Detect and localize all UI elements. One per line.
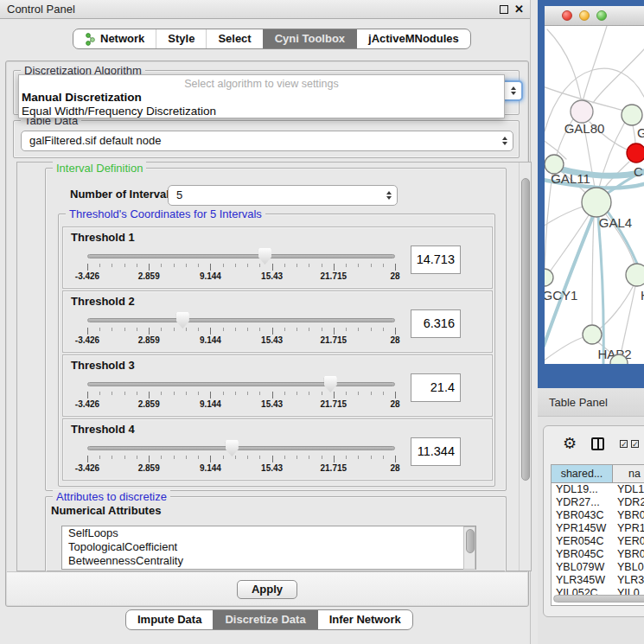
columns-icon[interactable] xyxy=(591,437,604,450)
edge[interactable] xyxy=(600,285,634,328)
table-row[interactable]: YLR345WYLR3 xyxy=(552,574,644,587)
cell-shared-name[interactable]: YBL079W xyxy=(552,561,613,574)
cell-shared-name[interactable]: YDR27... xyxy=(552,496,613,509)
checkbox-icon[interactable] xyxy=(631,440,639,448)
network-node-gal4[interactable] xyxy=(582,188,611,217)
threshold-2-value[interactable]: 6.316 xyxy=(411,309,461,338)
edge[interactable] xyxy=(621,286,635,354)
cell-shared-name[interactable]: YBR043C xyxy=(552,509,613,522)
slider-scale-label: -3.426 xyxy=(75,271,99,281)
threshold-2-slider[interactable] xyxy=(87,318,395,322)
float-window-icon[interactable] xyxy=(500,5,508,14)
cell-name[interactable]: YPR1 xyxy=(613,522,644,535)
network-window-titlebar[interactable] xyxy=(545,6,644,26)
slider-scale-label: -3.426 xyxy=(75,463,99,473)
tab-network[interactable]: Network xyxy=(73,29,156,48)
table-row[interactable]: YPR145WYPR1 xyxy=(552,522,644,535)
slider-scale-label: 21.715 xyxy=(321,399,348,409)
scrollbar-thumb[interactable] xyxy=(521,178,530,481)
cell-name[interactable]: YER0 xyxy=(613,535,644,548)
checkbox-icon[interactable] xyxy=(620,440,628,448)
slider-thumb[interactable] xyxy=(226,440,239,456)
table-row[interactable]: YDL19...YDL1 xyxy=(552,483,644,496)
intervals-selected-value: 5 xyxy=(176,188,182,201)
list-scrollbar[interactable] xyxy=(463,526,475,570)
network-node-ga[interactable] xyxy=(622,105,642,125)
threshold-1-value[interactable]: 14.713 xyxy=(411,245,461,274)
tab-style[interactable]: Style xyxy=(156,29,206,48)
cell-name[interactable]: YLR3 xyxy=(613,574,644,587)
cell-shared-name[interactable]: YER054C xyxy=(552,535,613,548)
cell-name[interactable]: YBR0 xyxy=(613,548,644,561)
settings-scrollbar[interactable] xyxy=(519,163,531,571)
slider-ticks xyxy=(87,392,397,399)
tab-infer-network[interactable]: Infer Network xyxy=(317,610,412,629)
edge[interactable] xyxy=(583,26,607,99)
scrollbar-thumb[interactable] xyxy=(466,529,475,553)
slider-scale-label: 28 xyxy=(390,335,399,345)
cell-name[interactable]: YDR2 xyxy=(613,496,644,509)
close-button[interactable] xyxy=(562,10,572,21)
cyni-bottom-tabbar: Impute Data Discretize Data Infer Networ… xyxy=(125,609,413,630)
node-table[interactable]: shared... na YDL19...YDL1YDR27...YDR2YBR… xyxy=(551,464,644,606)
table-row[interactable]: YBL079WYBL0 xyxy=(552,561,644,574)
tab-jactivemnodules[interactable]: jActiveMNodules xyxy=(356,29,470,48)
tab-select[interactable]: Select xyxy=(206,29,262,48)
slider-thumb[interactable] xyxy=(176,312,189,328)
tab-cyni-toolbox[interactable]: Cyni Toolbox xyxy=(263,29,356,48)
table-row[interactable]: YER054CYER0 xyxy=(552,535,644,548)
edge[interactable] xyxy=(547,29,581,99)
edge[interactable] xyxy=(592,217,594,325)
cell-shared-name[interactable]: YDL19... xyxy=(552,483,613,496)
edge[interactable] xyxy=(633,125,635,143)
apply-button[interactable]: Apply xyxy=(237,580,297,599)
table-row[interactable]: YBR045CYBR0 xyxy=(552,548,644,561)
dropdown-option-equal-width-frequency[interactable]: Equal Width/Frequency Discretization xyxy=(19,105,504,118)
node-label: GA xyxy=(637,125,644,140)
dropdown-option-manual-discretization[interactable]: Manual Discretization xyxy=(19,91,504,105)
attribute-item[interactable]: SelfLoops xyxy=(62,526,475,540)
interval-definition-group: Interval Definition Number of Intervals … xyxy=(45,168,507,491)
table-hscrollbar[interactable] xyxy=(553,595,644,603)
table-row[interactable]: YBR043CYBR0 xyxy=(552,509,644,522)
cell-shared-name[interactable]: YPR145W xyxy=(552,522,613,535)
network-node-hap2[interactable] xyxy=(583,325,602,344)
edge[interactable] xyxy=(593,49,644,103)
numerical-attributes-list[interactable]: SelfLoopsTopologicalCoefficientBetweenne… xyxy=(61,526,476,570)
threshold-4-slider[interactable] xyxy=(87,446,395,450)
close-icon[interactable] xyxy=(514,3,524,16)
edge[interactable] xyxy=(545,207,583,226)
tab-impute-data[interactable]: Impute Data xyxy=(126,610,213,629)
edge[interactable] xyxy=(545,337,583,361)
cell-name[interactable]: YDL1 xyxy=(613,483,644,496)
slider-ticks xyxy=(87,456,397,462)
column-header-name[interactable]: na xyxy=(613,465,644,482)
threshold-3-value[interactable]: 21.4 xyxy=(411,373,461,402)
minimize-button[interactable] xyxy=(579,10,590,21)
threshold-1-slider[interactable] xyxy=(87,254,395,258)
slider-thumb[interactable] xyxy=(258,248,271,265)
cell-name[interactable]: YBL0 xyxy=(613,561,644,574)
network-node-c[interactable] xyxy=(627,143,644,163)
zoom-button[interactable] xyxy=(596,10,607,21)
threshold-4-value[interactable]: 11.344 xyxy=(411,437,461,466)
cell-name[interactable]: YBR0 xyxy=(613,509,644,522)
column-header-shared-name[interactable]: shared... xyxy=(552,465,613,482)
table-row[interactable]: YDR27...YDR2 xyxy=(552,496,644,509)
slider-scale-label: 2.859 xyxy=(138,463,160,473)
gear-icon[interactable] xyxy=(563,434,577,453)
cell-shared-name[interactable]: YBR045C xyxy=(552,548,613,561)
network-node-gcy1[interactable] xyxy=(545,269,553,286)
network-node-h[interactable] xyxy=(626,264,644,286)
cell-shared-name[interactable]: YLR345W xyxy=(552,574,613,587)
network-icon xyxy=(85,33,96,46)
slider-thumb[interactable] xyxy=(324,376,337,392)
attribute-item[interactable]: BetweennessCentrality xyxy=(62,554,475,568)
network-node-gal80[interactable] xyxy=(571,100,593,123)
table-data-select[interactable]: galFiltered.sif default node xyxy=(21,131,513,151)
network-canvas[interactable]: GAL80GACGAL11GAL4GCY1HHAP2 xyxy=(545,26,644,364)
attribute-item[interactable]: TopologicalCoefficient xyxy=(62,540,475,554)
tab-discretize-data[interactable]: Discretize Data xyxy=(213,610,316,629)
number-of-intervals-select[interactable]: 5 xyxy=(168,185,398,206)
threshold-3-slider[interactable] xyxy=(87,382,395,386)
